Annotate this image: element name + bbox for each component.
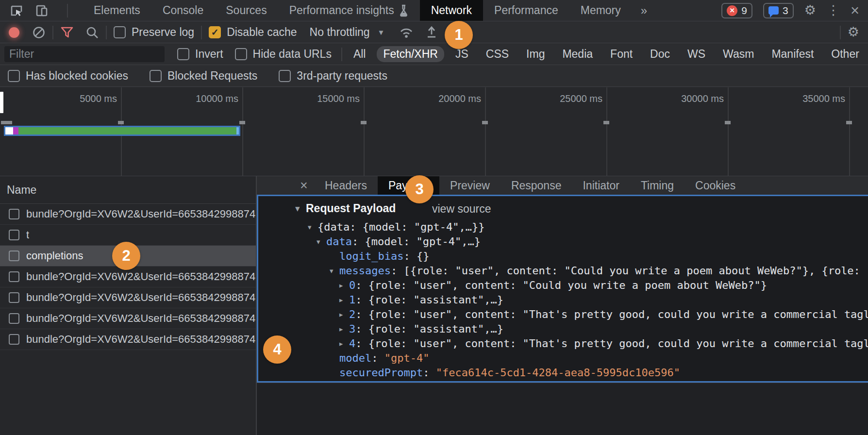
tab-preview[interactable]: Preview: [439, 176, 501, 195]
timeline-tick-handle[interactable]: [725, 121, 731, 124]
network-overview-timeline[interactable]: 5000 ms10000 ms15000 ms20000 ms25000 ms3…: [0, 87, 868, 176]
table-row[interactable]: bundle?OrgId=XV6W2&UserId=6653842998874.…: [0, 287, 256, 308]
table-row[interactable]: bundle?OrgId=XV6W2&UserId=6653842998874.…: [0, 308, 256, 329]
tab-performance-insights[interactable]: Performance insights: [278, 0, 420, 21]
chip-ws[interactable]: WS: [681, 46, 712, 62]
timeline-tick-handle[interactable]: [361, 121, 367, 124]
more-tabs-button[interactable]: »: [632, 0, 656, 21]
row-checkbox[interactable]: [9, 313, 19, 324]
chip-media[interactable]: Media: [556, 46, 599, 62]
chip-img[interactable]: Img: [520, 46, 551, 62]
row-checkbox[interactable]: [9, 292, 19, 303]
filter-icon[interactable]: [60, 26, 74, 39]
network-settings-gear-icon[interactable]: ⚙: [848, 26, 859, 39]
chip-all[interactable]: All: [347, 46, 372, 62]
timeline-tick-handle[interactable]: [482, 121, 488, 124]
checkbox[interactable]: ✓: [209, 26, 221, 38]
requests-name-column-header[interactable]: Name: [0, 176, 256, 204]
timeline-tick-handle[interactable]: [846, 121, 852, 124]
chip-font[interactable]: Font: [604, 46, 639, 62]
checkbox[interactable]: [114, 26, 126, 38]
filter-checkbox-has-blocked-cookies[interactable]: Has blocked cookies: [8, 69, 128, 83]
payload-tree-line[interactable]: ▸1: {role: "assistant",…}: [258, 292, 868, 307]
preserve-log-checkbox[interactable]: Preserve log: [114, 26, 194, 39]
filter-input[interactable]: [4, 46, 165, 62]
timeline-left-handle[interactable]: [0, 92, 3, 113]
row-checkbox[interactable]: [9, 271, 19, 282]
table-row[interactable]: bundle?OrgId=XV6W2&UserId=6653842998874.…: [0, 204, 256, 225]
timeline-tick-handle[interactable]: [603, 121, 609, 124]
row-checkbox[interactable]: [9, 251, 19, 261]
hide-data-urls-checkbox[interactable]: Hide data URLs: [235, 48, 332, 61]
disclosure-triangle-open-icon[interactable]: ▾: [329, 265, 339, 276]
invert-checkbox[interactable]: Invert: [177, 48, 223, 61]
close-detail-icon[interactable]: ×: [294, 176, 314, 195]
view-source-link[interactable]: view source: [432, 202, 491, 216]
payload-tree-line[interactable]: logit_bias: {}: [258, 249, 868, 263]
request-payload-header[interactable]: ▾ Request Payload: [258, 201, 396, 216]
payload-tree-line[interactable]: ▸3: {role: "assistant",…}: [258, 321, 868, 336]
tab-headers[interactable]: Headers: [314, 176, 378, 195]
row-checkbox[interactable]: [9, 209, 19, 219]
tab-network[interactable]: Network: [420, 0, 483, 21]
settings-gear-icon[interactable]: ⚙: [804, 4, 816, 17]
chip-manifest[interactable]: Manifest: [765, 46, 820, 62]
import-har-icon[interactable]: [425, 26, 438, 39]
disclosure-triangle-open-icon[interactable]: ▾: [316, 236, 326, 247]
checkbox[interactable]: [8, 70, 20, 82]
disclosure-triangle-open-icon[interactable]: ▾: [295, 203, 306, 214]
chip-wasm[interactable]: Wasm: [717, 46, 760, 62]
chip-css[interactable]: CSS: [480, 46, 515, 62]
payload-tree-line[interactable]: securedPrompt: "feca614c-5cd1-4284-aea8-…: [258, 365, 868, 380]
tab-console[interactable]: Console: [151, 0, 215, 21]
throttling-dropdown[interactable]: No throttling ▼: [310, 26, 385, 39]
disclosure-triangle-closed-icon[interactable]: ▸: [338, 338, 349, 349]
payload-tree-line[interactable]: ▸0: {role: "user", content: "Could you w…: [258, 278, 868, 292]
chip-doc[interactable]: Doc: [644, 46, 676, 62]
tab-performance[interactable]: Performance: [483, 0, 569, 21]
tab-initiator[interactable]: Initiator: [572, 176, 630, 195]
kebab-menu-icon[interactable]: ⋮: [827, 4, 840, 17]
clear-network-log-icon[interactable]: [32, 26, 46, 39]
network-conditions-icon[interactable]: [398, 26, 415, 39]
chip-other[interactable]: Other: [825, 46, 866, 62]
console-errors-badge[interactable]: ✕ 9: [721, 3, 752, 18]
tab-response[interactable]: Response: [501, 176, 572, 195]
row-checkbox[interactable]: [9, 230, 19, 240]
disclosure-triangle-closed-icon[interactable]: ▸: [338, 280, 349, 290]
chip-fetchxhr[interactable]: Fetch/XHR: [377, 46, 444, 62]
filter-checkbox-3rd-party-requests[interactable]: 3rd-party requests: [279, 69, 387, 83]
close-devtools-icon[interactable]: ×: [851, 3, 859, 18]
disclosure-triangle-closed-icon[interactable]: ▸: [338, 294, 349, 305]
checkbox[interactable]: [177, 48, 189, 60]
search-icon[interactable]: [85, 26, 99, 39]
payload-tree-line[interactable]: ▾messages: [{role: "user", content: "Cou…: [258, 263, 868, 278]
device-toolbar-icon[interactable]: [35, 4, 49, 17]
issues-badge[interactable]: 3: [763, 3, 794, 18]
row-checkbox[interactable]: [9, 334, 19, 345]
tab-sources[interactable]: Sources: [215, 0, 278, 21]
disclosure-triangle-closed-icon[interactable]: ▸: [338, 309, 349, 319]
checkbox[interactable]: [279, 70, 291, 82]
checkbox[interactable]: [150, 70, 162, 82]
disable-cache-checkbox[interactable]: ✓ Disable cache: [209, 26, 297, 39]
tab-memory[interactable]: Memory: [569, 0, 632, 21]
timeline-tick-handle[interactable]: [239, 121, 245, 124]
tab-timing[interactable]: Timing: [630, 176, 684, 195]
payload-tree-line[interactable]: ▸2: {role: "user", content: "That's pret…: [258, 307, 868, 321]
payload-tree-line[interactable]: ▾{data: {model: "gpt-4",…}}: [258, 219, 868, 234]
checkbox[interactable]: [235, 48, 247, 60]
table-row[interactable]: bundle?OrgId=XV6W2&UserId=6653842998874.…: [0, 329, 256, 350]
disclosure-triangle-closed-icon[interactable]: ▸: [338, 323, 349, 334]
filter-checkbox-blocked-requests[interactable]: Blocked Requests: [150, 69, 257, 83]
timeline-tick-handle[interactable]: [118, 121, 124, 124]
payload-tree-line[interactable]: model: "gpt-4": [258, 351, 868, 365]
payload-tree-line[interactable]: ▸4: {role: "user", content: "That's pret…: [258, 336, 868, 351]
timeline-tick-handle[interactable]: [6, 121, 12, 124]
inspect-element-icon[interactable]: [10, 4, 23, 17]
overview-waterfall-bar[interactable]: [4, 126, 240, 136]
disclosure-triangle-open-icon[interactable]: ▾: [307, 221, 317, 232]
tab-elements[interactable]: Elements: [83, 0, 151, 21]
tab-cookies[interactable]: Cookies: [684, 176, 746, 195]
record-network-log-button[interactable]: [9, 27, 19, 38]
